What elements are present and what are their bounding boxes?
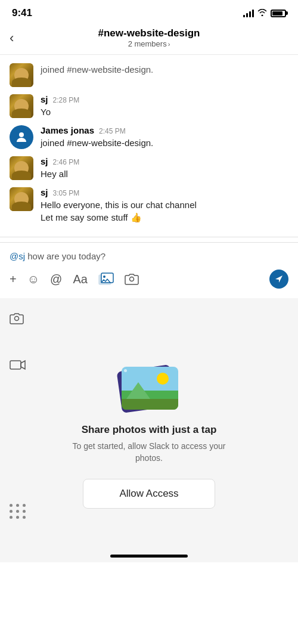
avatar (10, 63, 33, 87)
chevron-right-icon: › (168, 41, 170, 48)
channel-name-text: new-website-design (104, 27, 200, 39)
photo-button[interactable] (98, 273, 114, 286)
list-item: sj 2:46 PM Hey all (0, 153, 298, 184)
home-indicator (0, 549, 298, 562)
camera-panel-icon[interactable] (10, 312, 26, 329)
battery-icon (271, 10, 286, 17)
message-time: 2:28 PM (53, 96, 80, 104)
message-time: 2:46 PM (53, 158, 80, 166)
message-time: 3:05 PM (53, 189, 80, 197)
photo-panel-content: Share photos with just a tap To get star… (0, 298, 298, 549)
svg-point-4 (129, 277, 134, 281)
divider (0, 237, 298, 237)
svg-point-3 (103, 275, 105, 278)
members-count: 2 members › (98, 39, 200, 48)
wifi-icon (257, 8, 267, 18)
sun-icon (157, 373, 169, 385)
svg-rect-6 (10, 361, 21, 369)
share-description: To get started, allow Slack to access yo… (72, 441, 226, 464)
message-header: sj 2:46 PM (41, 156, 288, 166)
panel-left-icons (10, 312, 26, 374)
message-text: Yo (41, 106, 288, 118)
svg-rect-2 (101, 273, 113, 283)
message-text: Hey all (41, 168, 288, 180)
status-icons (243, 8, 286, 18)
list-item: James jonas 2:45 PM joined #new-website-… (0, 122, 298, 153)
message-content: sj 2:46 PM Hey all (41, 156, 288, 180)
chat-area: joined #new-website-design. sj 2:28 PM Y… (0, 55, 298, 232)
avatar (10, 156, 33, 180)
share-title: Share photos with just a tap (82, 424, 217, 436)
status-time: 9:41 (12, 7, 32, 19)
message-text-2: Let me say some stuff 👍 (41, 211, 288, 224)
message-text: joined #new-website-design. (41, 137, 288, 149)
signal-bars-icon (243, 9, 254, 17)
avatar (10, 187, 33, 211)
sender-name: sj (41, 156, 48, 166)
mention-button[interactable]: @ (50, 273, 62, 286)
message-content: joined #new-website-design. (41, 63, 288, 76)
avatar (10, 94, 33, 118)
send-button[interactable] (269, 270, 288, 289)
photo-access-panel: Share photos with just a tap To get star… (0, 298, 298, 549)
avatar (10, 125, 33, 149)
message-header: sj 2:28 PM (41, 94, 288, 104)
message-list: joined #new-website-design. sj 2:28 PM Y… (0, 55, 298, 232)
message-content: James jonas 2:45 PM joined #new-website-… (41, 125, 288, 149)
message-content: sj 3:05 PM Hello everyone, this is our c… (41, 187, 288, 224)
svg-point-5 (15, 317, 19, 321)
mention-text: how are you today? (25, 251, 105, 261)
channel-info[interactable]: #new-website-design 2 members › (98, 27, 200, 48)
grid-dots-icon[interactable] (10, 504, 26, 519)
allow-access-button[interactable]: Allow Access (83, 479, 215, 509)
list-item: joined #new-website-design. (0, 60, 298, 91)
message-input-area[interactable]: @sj how are you today? + ☺ @ Aa (0, 242, 298, 298)
mention-user: @sj (10, 251, 25, 261)
photo-illustration (113, 356, 185, 410)
mountain-icon (126, 382, 150, 399)
message-header: James jonas 2:45 PM (41, 125, 288, 135)
add-button[interactable]: + (10, 273, 17, 286)
ground (122, 399, 178, 410)
sender-name: James jonas (41, 125, 94, 135)
back-button[interactable]: ‹ (10, 30, 14, 46)
message-time: 2:45 PM (99, 127, 126, 135)
emoji-button[interactable]: ☺ (27, 273, 39, 286)
channel-header: ‹ #new-website-design 2 members › (0, 23, 298, 55)
photo-dot (124, 369, 127, 372)
system-message-text: joined #new-website-design. (41, 63, 288, 76)
svg-point-0 (19, 132, 24, 137)
message-header: sj 3:05 PM (41, 187, 288, 197)
sender-name: sj (41, 187, 48, 197)
photo-card-front (122, 367, 178, 410)
video-panel-icon[interactable] (10, 359, 26, 374)
message-draft: @sj how are you today? (10, 249, 288, 266)
channel-name: #new-website-design (98, 27, 200, 39)
status-bar: 9:41 (0, 0, 298, 23)
camera-button[interactable] (125, 273, 139, 285)
home-bar (110, 555, 188, 558)
message-content: sj 2:28 PM Yo (41, 94, 288, 118)
message-text: Hello everyone, this is our chat channel (41, 199, 288, 211)
input-toolbar: + ☺ @ Aa (10, 266, 288, 292)
sender-name: sj (41, 94, 48, 104)
list-item: sj 3:05 PM Hello everyone, this is our c… (0, 184, 298, 227)
list-item: sj 2:28 PM Yo (0, 91, 298, 122)
text-format-button[interactable]: Aa (73, 273, 87, 286)
channel-prefix: # (98, 27, 104, 39)
